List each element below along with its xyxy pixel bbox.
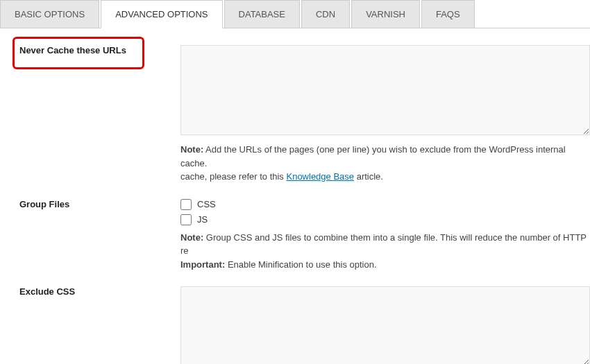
note-text2-pre: cache, please refer to this: [180, 171, 286, 182]
note-text: Add the URLs of the pages (one per line)…: [180, 144, 566, 168]
note-text2-post: article.: [354, 171, 383, 182]
css-checkbox-row: CSS: [180, 199, 590, 210]
content-area: Never Cache these URLs Note: Add the URL…: [0, 28, 590, 364]
exclude-css-input-wrap: [180, 286, 590, 364]
tab-advanced-options[interactable]: ADVANCED OPTIONS: [101, 0, 222, 28]
never-cache-row: Never Cache these URLs Note: Add the URL…: [0, 28, 590, 184]
never-cache-input-wrap: Note: Add the URLs of the pages (one per…: [180, 45, 590, 184]
group-files-input-wrap: CSS JS Note: Group CSS and JS files to c…: [180, 199, 590, 272]
group-files-label: Group Files: [0, 199, 180, 209]
exclude-css-label: Exclude CSS: [0, 286, 180, 297]
js-checkbox-row: JS: [180, 214, 590, 225]
tab-database[interactable]: DATABASE: [224, 0, 300, 28]
important-text: Enable Minification to use this option.: [225, 259, 376, 270]
exclude-css-row: Exclude CSS: [0, 271, 590, 364]
css-checkbox[interactable]: [180, 199, 192, 210]
tab-cdn[interactable]: CDN: [301, 0, 350, 28]
tab-basic-options[interactable]: BASIC OPTIONS: [0, 0, 99, 28]
note-text: Group CSS and JS files to combine them i…: [180, 232, 587, 257]
note-label: Note:: [180, 144, 203, 155]
never-cache-label: Never Cache these URLs: [0, 45, 180, 55]
never-cache-note: Note: Add the URLs of the pages (one per…: [180, 143, 590, 184]
note-label: Note:: [180, 232, 203, 243]
important-label: Important:: [180, 259, 225, 270]
knowledge-base-link[interactable]: Knowledge Base: [286, 171, 354, 182]
css-checkbox-label[interactable]: CSS: [197, 199, 216, 209]
group-files-row: Group Files CSS JS Note: Group CSS and J…: [0, 184, 590, 272]
never-cache-textarea[interactable]: [180, 45, 590, 135]
tab-varnish[interactable]: VARNISH: [351, 0, 420, 28]
tab-bar: BASIC OPTIONS ADVANCED OPTIONS DATABASE …: [0, 0, 590, 28]
exclude-css-textarea[interactable]: [180, 286, 590, 364]
group-files-note: Note: Group CSS and JS files to combine …: [180, 231, 590, 272]
js-checkbox-label[interactable]: JS: [197, 214, 208, 225]
tab-faqs[interactable]: FAQs: [421, 0, 475, 28]
js-checkbox[interactable]: [180, 214, 192, 225]
